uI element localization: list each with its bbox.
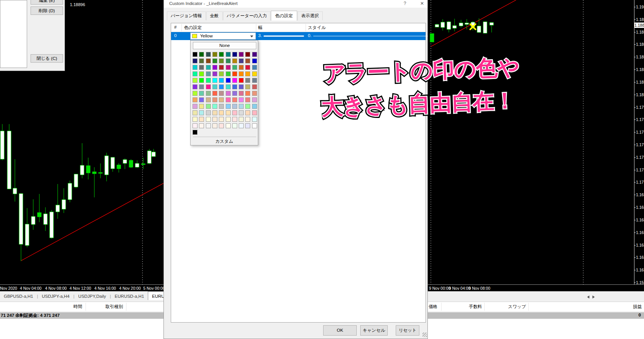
palette-color-swatch[interactable]: [252, 65, 257, 70]
palette-color-swatch[interactable]: [226, 78, 231, 83]
palette-color-swatch[interactable]: [193, 52, 197, 57]
palette-color-swatch[interactable]: [252, 117, 257, 122]
palette-color-swatch[interactable]: [245, 58, 250, 63]
palette-color-swatch[interactable]: [239, 71, 244, 76]
palette-color-swatch[interactable]: [232, 84, 237, 89]
palette-color-swatch[interactable]: [212, 110, 217, 115]
palette-color-swatch[interactable]: [193, 97, 197, 102]
dialog-tab-バージョン情報[interactable]: バージョン情報: [167, 11, 206, 20]
indicator-listbox[interactable]: [0, 0, 27, 68]
palette-color-swatch[interactable]: [245, 84, 250, 89]
dialog-tab-パラメーターの入力[interactable]: パラメーターの入力: [223, 11, 271, 20]
palette-color-swatch[interactable]: [252, 58, 257, 63]
palette-color-swatch[interactable]: [245, 110, 250, 115]
reset-button[interactable]: リセット: [396, 325, 419, 336]
resize-grip[interactable]: [422, 333, 427, 337]
palette-color-swatch[interactable]: [232, 65, 237, 70]
palette-color-swatch[interactable]: [206, 84, 211, 89]
palette-color-swatch[interactable]: [232, 78, 237, 83]
palette-color-swatch[interactable]: [226, 91, 231, 96]
palette-color-swatch[interactable]: [219, 65, 224, 70]
palette-color-swatch[interactable]: [199, 97, 204, 102]
dialog-tab-色の設定[interactable]: 色の設定: [271, 11, 297, 21]
chart-tab-USDJPY-a,H4[interactable]: USDJPY-a,H4: [38, 292, 73, 300]
scroll-right-icon[interactable]: [592, 295, 595, 299]
palette-color-swatch[interactable]: [239, 104, 244, 109]
palette-color-swatch[interactable]: [245, 97, 250, 102]
palette-color-swatch[interactable]: [199, 52, 204, 57]
palette-color-swatch[interactable]: [206, 78, 211, 83]
palette-color-swatch[interactable]: [226, 104, 231, 109]
palette-color-swatch[interactable]: [219, 104, 224, 109]
palette-color-swatch[interactable]: [239, 97, 244, 102]
palette-color-swatch[interactable]: [193, 71, 197, 76]
palette-color-swatch[interactable]: [199, 65, 204, 70]
palette-color-swatch[interactable]: [193, 123, 197, 128]
palette-color-swatch[interactable]: [226, 110, 231, 115]
palette-color-swatch[interactable]: [206, 110, 211, 115]
palette-color-swatch[interactable]: [245, 104, 250, 109]
palette-color-swatch[interactable]: [252, 91, 257, 96]
palette-color-swatch[interactable]: [232, 123, 237, 128]
palette-color-swatch[interactable]: [239, 117, 244, 122]
palette-color-swatch[interactable]: [245, 65, 250, 70]
palette-color-swatch[interactable]: [219, 71, 224, 76]
palette-color-swatch[interactable]: [226, 52, 231, 57]
palette-color-swatch[interactable]: [252, 78, 257, 83]
palette-color-swatch[interactable]: [199, 91, 204, 96]
palette-color-swatch[interactable]: [219, 97, 224, 102]
palette-color-swatch[interactable]: [206, 91, 211, 96]
palette-color-swatch[interactable]: [239, 52, 244, 57]
palette-color-swatch[interactable]: [226, 117, 231, 122]
palette-color-swatch[interactable]: [193, 104, 197, 109]
color-select[interactable]: Yellow: [190, 32, 256, 40]
palette-color-swatch[interactable]: [219, 84, 224, 89]
palette-color-swatch[interactable]: [232, 71, 237, 76]
palette-color-swatch[interactable]: [199, 78, 204, 83]
palette-color-swatch[interactable]: [245, 71, 250, 76]
palette-color-swatch[interactable]: [212, 97, 217, 102]
palette-color-swatch[interactable]: [206, 65, 211, 70]
chart-tab-EURUSD-a,H1[interactable]: EURUSD-a,H1: [111, 292, 148, 300]
palette-color-swatch[interactable]: [193, 58, 197, 63]
custom-color-button[interactable]: カスタム: [191, 139, 258, 144]
palette-color-swatch[interactable]: [212, 123, 217, 128]
palette-color-swatch[interactable]: [193, 117, 197, 122]
palette-color-swatch[interactable]: [212, 104, 217, 109]
palette-color-swatch[interactable]: [193, 110, 197, 115]
palette-color-swatch[interactable]: [252, 104, 257, 109]
palette-color-swatch[interactable]: [212, 84, 217, 89]
palette-color-swatch[interactable]: [252, 71, 257, 76]
palette-color-swatch[interactable]: [226, 84, 231, 89]
palette-color-swatch[interactable]: [219, 91, 224, 96]
palette-color-swatch[interactable]: [252, 52, 257, 57]
delete-button[interactable]: 削除 (D): [31, 6, 63, 15]
none-color-button[interactable]: None: [193, 42, 256, 49]
palette-color-swatch[interactable]: [239, 58, 244, 63]
palette-color-swatch[interactable]: [199, 117, 204, 122]
palette-color-swatch[interactable]: [239, 91, 244, 96]
palette-color-swatch[interactable]: [199, 104, 204, 109]
ok-button[interactable]: OK: [323, 325, 357, 336]
palette-color-swatch[interactable]: [193, 65, 197, 70]
palette-color-swatch[interactable]: [219, 110, 224, 115]
palette-color-swatch[interactable]: [226, 65, 231, 70]
palette-color-swatch[interactable]: [212, 52, 217, 57]
palette-color-swatch[interactable]: [206, 58, 211, 63]
palette-color-swatch[interactable]: [199, 84, 204, 89]
palette-color-swatch[interactable]: [193, 91, 197, 96]
custom-color-slot[interactable]: [193, 130, 197, 135]
palette-color-swatch[interactable]: [245, 91, 250, 96]
dialog-tab-全般[interactable]: 全般: [206, 11, 223, 20]
palette-color-swatch[interactable]: [199, 123, 204, 128]
palette-color-swatch[interactable]: [252, 97, 257, 102]
palette-color-swatch[interactable]: [199, 71, 204, 76]
edit-button[interactable]: 編集 (E): [31, 0, 63, 5]
palette-color-swatch[interactable]: [212, 71, 217, 76]
palette-color-swatch[interactable]: [219, 117, 224, 122]
palette-color-swatch[interactable]: [199, 110, 204, 115]
scroll-left-icon[interactable]: [587, 295, 589, 299]
palette-color-swatch[interactable]: [232, 117, 237, 122]
palette-color-swatch[interactable]: [212, 117, 217, 122]
palette-color-swatch[interactable]: [245, 117, 250, 122]
